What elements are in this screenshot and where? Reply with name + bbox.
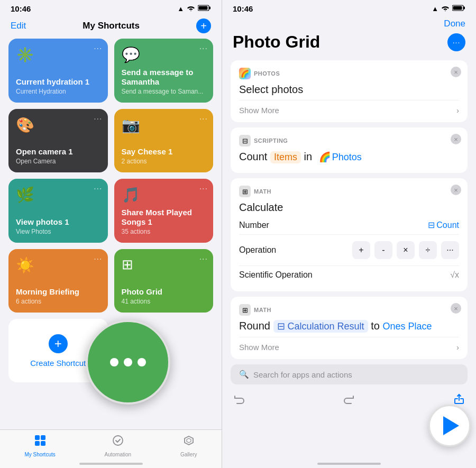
tab-gallery[interactable]: Gallery: [180, 434, 197, 457]
more-button[interactable]: ···: [199, 254, 208, 264]
photos-token[interactable]: 🌈 Photos: [315, 151, 365, 163]
svg-rect-11: [463, 7, 465, 10]
shortcut-card-send-message[interactable]: ··· 💬 Send a message to Samantha Send a …: [114, 39, 214, 103]
tab-automation[interactable]: Automation: [105, 434, 132, 457]
tab-automation-label: Automation: [105, 452, 132, 457]
tab-gallery-label: Gallery: [180, 452, 197, 457]
round-text: Round ⊟ Calculation Result to Ones Place: [239, 320, 459, 333]
number-value[interactable]: ⊟ Count: [428, 220, 459, 230]
shortcut-subtitle: View Photos: [16, 228, 100, 235]
shortcut-icon: 🎵: [122, 186, 206, 204]
select-photos-text: Select photos: [239, 84, 459, 96]
scientific-value[interactable]: √x: [450, 270, 459, 280]
items-token[interactable]: Items: [270, 151, 301, 163]
shortcut-icon: 📷: [122, 116, 206, 134]
show-more-photos[interactable]: Show More ›: [239, 100, 459, 115]
play-triangle-icon: [443, 416, 459, 435]
right-status-icons: ▲: [432, 5, 465, 13]
svg-rect-6: [41, 441, 45, 446]
calculation-result-token[interactable]: ⊟ Calculation Result: [273, 320, 368, 333]
more-button[interactable]: ···: [94, 44, 102, 53]
op-minus[interactable]: -: [374, 241, 392, 259]
action-card-select-photos: 🌈 PHOTOS × Select photos Show More ›: [231, 60, 468, 122]
redo-button[interactable]: [343, 393, 355, 409]
photo-grid-more-button[interactable]: ···: [447, 33, 465, 51]
play-button[interactable]: [428, 405, 471, 447]
op-multiply[interactable]: ×: [397, 241, 415, 259]
ones-place-token[interactable]: Ones Place: [382, 321, 432, 332]
more-menu-overlay[interactable]: [86, 320, 170, 405]
operation-field: Operation + - × ÷ ···: [239, 235, 459, 266]
count-value-label: Count: [436, 221, 459, 230]
edit-button[interactable]: Edit: [11, 21, 26, 31]
show-more-label: Show More: [239, 106, 279, 115]
left-status-icons: ▲: [177, 5, 211, 13]
more-button[interactable]: ···: [94, 254, 102, 264]
shortcut-title: Current hydration 1: [16, 77, 100, 87]
shortcut-icon: ✳️: [16, 46, 100, 63]
more-dots-icon: ···: [453, 38, 461, 47]
page-title: My Shortcuts: [83, 21, 140, 31]
battery-icon: [198, 5, 211, 13]
tab-my-shortcuts[interactable]: My Shortcuts: [24, 434, 55, 457]
shortcut-card-photo-grid[interactable]: ··· ⊞ Photo Grid 41 actions: [114, 249, 214, 313]
show-more-round[interactable]: Show More ›: [239, 337, 459, 352]
dot-3: [138, 358, 146, 366]
svg-rect-1: [209, 7, 210, 10]
shortcut-title: Morning Briefing: [16, 287, 100, 297]
right-time: 10:46: [233, 4, 253, 13]
svg-rect-5: [35, 441, 40, 446]
shortcut-card-view-photos[interactable]: ··· 🌿 View photos 1 View Photos: [8, 179, 108, 243]
undo-button[interactable]: [233, 393, 245, 409]
right-page-title: Photo Grid: [233, 32, 320, 52]
signal-icon: ▲: [432, 5, 438, 13]
shortcut-subtitle: Send a message to Saman...: [122, 88, 206, 95]
right-nav: Done: [222, 15, 476, 32]
left-time: 10:46: [11, 4, 31, 13]
shortcut-icon: ⊞: [122, 256, 206, 273]
search-placeholder: Search for apps and actions: [253, 370, 352, 379]
left-status-bar: 10:46 ▲: [0, 0, 222, 15]
left-nav-header: Edit My Shortcuts +: [0, 15, 222, 39]
search-icon: 🔍: [239, 370, 249, 379]
scientific-operation-label: Scientific Operation: [239, 270, 313, 280]
more-button[interactable]: ···: [199, 44, 208, 53]
add-shortcut-button[interactable]: +: [196, 19, 211, 33]
show-more-round-label: Show More: [239, 343, 279, 352]
dot-1: [110, 358, 118, 366]
svg-rect-3: [35, 435, 40, 440]
shortcut-icon: 🌿: [16, 186, 100, 204]
math-badge-icon-2: ⊞: [239, 304, 251, 316]
op-plus[interactable]: +: [352, 241, 370, 259]
photos-badge-label: PHOTOS: [254, 70, 280, 77]
more-button[interactable]: ···: [94, 114, 102, 124]
right-title-row: Photo Grid ···: [222, 32, 476, 60]
create-shortcut-label: Create Shortcut: [30, 359, 86, 368]
more-button[interactable]: ···: [199, 184, 208, 194]
close-scripting-card-button[interactable]: ×: [451, 134, 461, 144]
close-photos-card-button[interactable]: ×: [451, 67, 461, 77]
op-more[interactable]: ···: [441, 241, 459, 259]
shortcut-card-morning-briefing[interactable]: ··· ☀️ Morning Briefing 6 actions: [8, 249, 108, 313]
shortcut-card-open-camera[interactable]: ··· 🎨 Open camera 1 Open Camera: [8, 109, 108, 172]
shortcut-title: Send a message to Samantha: [122, 68, 206, 87]
op-divide[interactable]: ÷: [419, 241, 437, 259]
photos-label: Photos: [332, 152, 362, 163]
shortcut-title: Share Most Played Songs 1: [122, 208, 206, 227]
gallery-icon: [182, 434, 195, 450]
search-bar[interactable]: 🔍 Search for apps and actions: [231, 364, 468, 384]
shortcut-card-current-hydration[interactable]: ··· ✳️ Current hydration 1 Current Hydra…: [8, 39, 108, 103]
svg-rect-4: [41, 435, 45, 440]
shortcut-card-say-cheese[interactable]: ··· 📷 Say Cheese 1 2 actions: [114, 109, 214, 172]
close-math-card-button[interactable]: ×: [451, 185, 461, 195]
shortcut-card-share-most-played[interactable]: ··· 🎵 Share Most Played Songs 1 35 actio…: [114, 179, 214, 243]
signal-icon: ▲: [177, 5, 184, 13]
done-button[interactable]: Done: [444, 19, 465, 29]
automation-icon: [112, 434, 124, 450]
action-card-count: ⊟ SCRIPTING × Count Items in 🌈 Photos: [231, 127, 468, 173]
more-button[interactable]: ···: [199, 114, 208, 124]
close-round-card-button[interactable]: ×: [451, 303, 461, 314]
more-button[interactable]: ···: [94, 184, 102, 194]
round-word: Round: [239, 320, 273, 332]
shortcut-subtitle: 6 actions: [16, 298, 100, 305]
